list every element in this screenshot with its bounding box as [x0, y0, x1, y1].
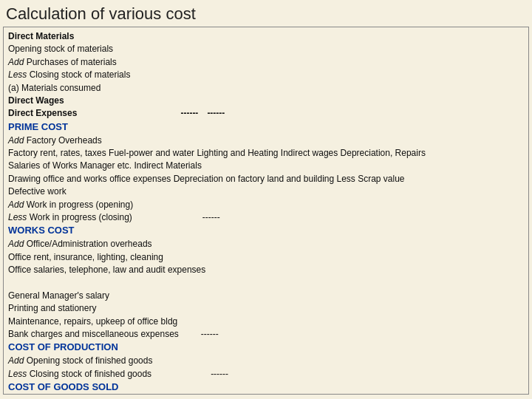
direct-expenses-line: Direct Expenses------------: [8, 107, 524, 120]
defective-work-line: Defective work: [8, 185, 524, 198]
less-closing-finished-line: Less Closing stock of finished goods----…: [8, 368, 524, 381]
factory-expenses-line1: Factory rent, rates, taxes Fuel-power an…: [8, 147, 524, 160]
blank-line: [8, 276, 524, 289]
direct-wages-label: Direct Wages: [8, 95, 524, 107]
opening-stock-line: Opening stock of materials: [8, 43, 524, 55]
general-manager-line: General Manager's salary: [8, 290, 524, 302]
maintenance-line: Maintenance, repairs, upkeep of office b…: [8, 316, 524, 328]
page-title: Calculation of various cost: [0, 0, 532, 27]
less-wip-closing-line: Less Work in progress (closing)------: [8, 211, 524, 224]
factory-expenses-line2: Salaries of Works Manager etc. Indirect …: [8, 160, 524, 172]
add-opening-finished-line: Add Opening stock of finished goods: [8, 355, 524, 367]
add-purchases-line: Add Purchases of materials: [8, 56, 524, 69]
materials-consumed-line: (a) Materials consumed: [8, 82, 524, 95]
works-cost-label: WORKS COST: [8, 224, 524, 238]
cost-of-production-label: COST OF PRODUCTION: [8, 341, 524, 355]
direct-materials-label: Direct Materials: [8, 30, 524, 43]
printing-line: Printing and stationery: [8, 302, 524, 315]
cost-of-goods-sold-label: COST OF GOODS SOLD: [8, 381, 524, 395]
add-admin-overheads-line: Add Office/Administration overheads: [8, 238, 524, 250]
add-wip-opening-line: Add Work in progress (opening): [8, 199, 524, 211]
office-expenses-line2: Office salaries, telephone, law and audi…: [8, 264, 524, 276]
prime-cost-label: PRIME COST: [8, 120, 524, 134]
bank-charges-line: Bank charges and miscellaneous expenses-…: [8, 328, 524, 341]
office-expenses-line1: Office rent, insurance, lighting, cleani…: [8, 251, 524, 264]
add-factory-overheads-line: Add Factory Overheads: [8, 134, 524, 147]
less-closing-stock-line: Less Closing stock of materials: [8, 69, 524, 81]
factory-expenses-line3: Drawing office and works office expenses…: [8, 173, 524, 185]
content-area: Direct Materials Opening stock of materi…: [3, 27, 529, 395]
